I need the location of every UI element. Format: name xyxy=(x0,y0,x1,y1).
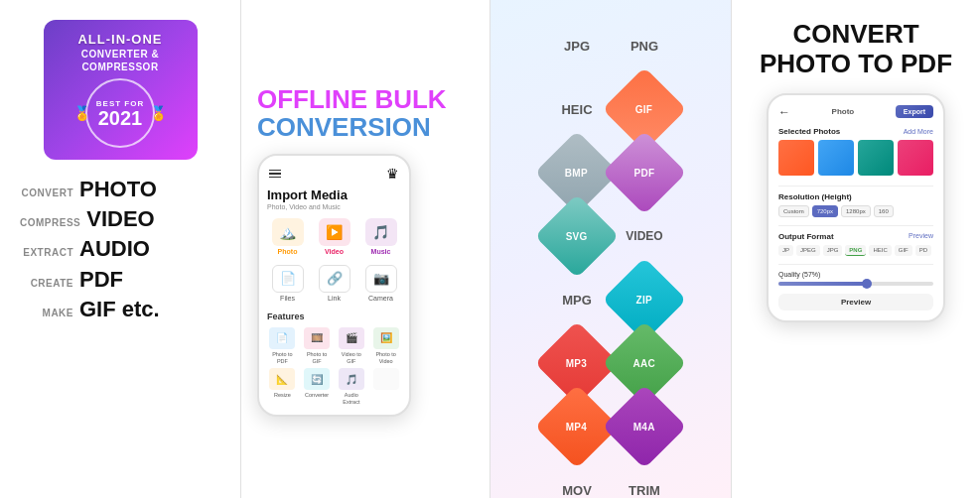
more-opt-camera[interactable]: 📷 Camera xyxy=(360,265,401,302)
formats-row-4: SVG VIDEO xyxy=(547,206,674,266)
import-title: Import Media xyxy=(267,187,401,202)
feat-cell-label: Photo to Video xyxy=(370,351,401,364)
list-item: CONVERT PHOTO xyxy=(20,178,220,201)
format-svg-label: SVG xyxy=(566,231,588,242)
feat-cell: 🎞️ Photo to GIF xyxy=(302,327,333,364)
app-badge: ALL-IN-ONE CONVERTER & COMPRESSOR BEST F… xyxy=(44,20,198,160)
phone-mockup-1: ♛ Import Media Photo, Video and Music 🏔️… xyxy=(257,154,411,417)
add-more-link[interactable]: Add More xyxy=(904,128,933,135)
resolution-options: Custom 720px 1280px 160 xyxy=(778,205,933,217)
feat-cell xyxy=(370,368,401,405)
feat-cell: 🔄 Converter xyxy=(302,368,333,405)
format-video: VIDEO xyxy=(615,206,674,266)
feat-cell: 🎵 Audio Extract xyxy=(337,368,367,405)
res-1280[interactable]: 1280px xyxy=(841,205,871,217)
feat-cell-icon: 📄 xyxy=(269,327,295,349)
photo-thumb-2 xyxy=(818,140,854,176)
panel-convert-photo-pdf: CONVERT PHOTO TO PDF ← Photo Export Sele… xyxy=(732,0,980,498)
features-grid: 📄 Photo to PDF 🎞️ Photo to GIF 🎬 Video t… xyxy=(267,327,401,405)
format-mov: MOV xyxy=(547,460,607,498)
selected-photos-title: Selected Photos xyxy=(778,127,840,136)
feat-label: CREATE xyxy=(20,278,73,289)
res-160[interactable]: 160 xyxy=(874,205,894,217)
phone-header: ♛ xyxy=(267,166,401,182)
feat-cell: 🖼️ Photo to Video xyxy=(370,327,401,364)
list-item: EXTRACT AUDIO xyxy=(20,237,220,261)
format-mp3-label: MP3 xyxy=(566,358,587,369)
out-fmt-heic[interactable]: HEIC xyxy=(869,245,891,256)
output-format-row: JP JPEG JPG PNG HEIC GIF PD xyxy=(778,245,933,256)
camera-icon: 📷 xyxy=(365,265,397,293)
feat-label: EXTRACT xyxy=(20,247,73,258)
media-opt-music[interactable]: 🎵 Music xyxy=(360,218,401,255)
out-fmt-gif[interactable]: GIF xyxy=(895,245,912,256)
out-fmt-pd[interactable]: PD xyxy=(915,245,931,256)
out-fmt-png[interactable]: PNG xyxy=(845,245,866,256)
feat-cell: 📐 Resize xyxy=(267,368,298,405)
res-custom[interactable]: Custom xyxy=(778,205,809,217)
quality-bar[interactable] xyxy=(778,282,933,286)
panel4-title: CONVERT PHOTO TO PDF xyxy=(760,20,952,79)
feat-cell-icon: 🖼️ xyxy=(373,327,399,349)
formats-row-2: HEIC GIF xyxy=(547,79,674,139)
phone-mockup-2: ← Photo Export Selected Photos Add More … xyxy=(767,93,945,322)
photo-thumb-4 xyxy=(898,140,933,176)
formats-row-8: MOV TRIM xyxy=(547,460,674,498)
feat-value: AUDIO xyxy=(79,237,150,261)
files-label: Files xyxy=(280,295,295,302)
formats-grid: JPG PNG HEIC GIF BMP PDF SVG VIDEO xyxy=(502,16,719,498)
format-png: PNG xyxy=(615,16,674,75)
export-button[interactable]: Export xyxy=(896,105,933,118)
more-opt-link[interactable]: 🔗 Link xyxy=(314,265,354,302)
feat-cell: 🎬 Video to GIF xyxy=(337,327,367,364)
res-720[interactable]: 720px xyxy=(812,205,838,217)
format-heic: HEIC xyxy=(547,79,607,139)
ph2-divider-3 xyxy=(778,264,933,265)
formats-row-6: MP3 AAC xyxy=(547,333,674,393)
out-fmt-jpeg[interactable]: JPEG xyxy=(796,245,820,256)
feat-cell-icon xyxy=(373,368,399,390)
title-offline: OFFLINE BULK xyxy=(257,84,447,114)
format-pdf: PDF xyxy=(603,131,687,215)
feat-cell-label: Converter xyxy=(305,392,329,399)
feat-value: GIF etc. xyxy=(79,298,160,321)
preview-button[interactable]: Preview xyxy=(778,294,933,311)
feat-label: MAKE xyxy=(20,308,73,318)
list-item: COMPRESS VIDEO xyxy=(20,207,220,231)
format-zip-label: ZIP xyxy=(636,295,652,306)
output-format-header: Output Format Preview xyxy=(778,232,933,245)
format-bmp-label: BMP xyxy=(565,168,588,179)
media-options: 🏔️ Photo ▶️ Video 🎵 Music xyxy=(267,218,401,255)
title-photo-to-pdf: PHOTO TO PDF xyxy=(760,49,952,78)
more-opt-files[interactable]: 📄 Files xyxy=(267,265,308,302)
format-pdf-label: PDF xyxy=(634,168,655,179)
camera-label: Camera xyxy=(368,295,393,302)
out-fmt-jp[interactable]: JP xyxy=(778,245,793,256)
format-jpg: JPG xyxy=(547,16,607,75)
feat-cell-icon: 🎬 xyxy=(339,327,364,349)
badge-best-circle: BEST FOR 2021 xyxy=(85,78,155,148)
badge-converter: CONVERTER & xyxy=(62,49,180,60)
formats-row-7: MP4 M4A xyxy=(547,397,674,456)
format-mp4-label: MP4 xyxy=(566,422,587,433)
photo-thumb-3 xyxy=(858,140,894,176)
formats-row-5: MPG ZIP xyxy=(547,270,674,329)
media-opt-photo[interactable]: 🏔️ Photo xyxy=(267,218,308,255)
link-icon: 🔗 xyxy=(319,265,350,293)
feat-label: COMPRESS xyxy=(20,217,80,228)
formats-row-3: BMP PDF xyxy=(547,143,674,202)
video-label: Video xyxy=(325,248,344,255)
music-icon: 🎵 xyxy=(365,218,397,246)
feat-cell: 📄 Photo to PDF xyxy=(267,327,298,364)
badge-year: 2021 xyxy=(98,108,143,128)
output-format-title: Output Format xyxy=(778,232,834,241)
feat-cell-label: Video to GIF xyxy=(337,351,367,364)
out-fmt-jpg[interactable]: JPG xyxy=(823,245,843,256)
media-opt-video[interactable]: ▶️ Video xyxy=(314,218,354,255)
preview-link[interactable]: Preview xyxy=(909,232,933,239)
feat-cell-label: Resize xyxy=(274,392,291,399)
feat-value: PHOTO xyxy=(79,178,157,201)
ph2-tab[interactable]: Photo xyxy=(832,107,855,116)
ph2-header: ← Photo Export xyxy=(778,105,933,119)
back-arrow-icon[interactable]: ← xyxy=(778,105,790,119)
